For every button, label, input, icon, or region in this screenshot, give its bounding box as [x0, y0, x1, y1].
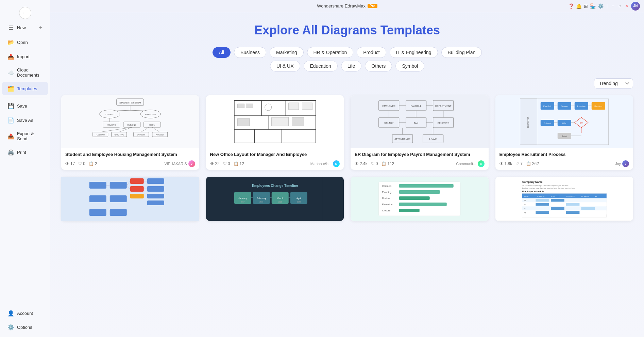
card-image: EMPLOYEE PAYROLL DEPARTMENT SALARY TAX B… — [351, 95, 489, 148]
svg-text:ROOM TYPE: ROOM TYPE — [114, 134, 124, 136]
sidebar-account-label: Account — [17, 311, 33, 316]
svg-text:January: January — [238, 197, 247, 200]
template-card[interactable]: New Office Layout for Manager And Employ… — [206, 95, 344, 170]
help-icon[interactable]: ❓ — [568, 3, 574, 9]
card-image — [61, 177, 199, 221]
explore-header: Explore All Diagrams Templates — [61, 23, 633, 37]
svg-text:2020: 2020 — [297, 201, 301, 203]
svg-rect-44 — [237, 118, 249, 126]
svg-text:Your text here. Replace your t: Your text here. Replace your text here. … — [522, 185, 569, 187]
filter-marketing[interactable]: Marketing — [270, 47, 303, 58]
filter-product[interactable]: Product — [357, 47, 386, 58]
template-card[interactable]: Contacts Planning Review Execution Closu… — [351, 177, 489, 221]
card-meta: 👁 17 ♡ 0 📋 2 VIPHAKAR S — [65, 160, 195, 167]
saveas-icon: 📄 — [7, 117, 14, 124]
card-image: RECRUITER Post Job Screen Interview Deci… — [495, 95, 633, 148]
svg-text:A1: A1 — [524, 200, 526, 202]
filter-business[interactable]: Business — [234, 47, 266, 58]
card-image: Contacts Planning Review Execution Closu… — [351, 177, 489, 221]
sidebar-export-label: Export & Send — [17, 131, 43, 141]
sidebar-item-options[interactable]: ⚙️ Options — [2, 320, 48, 334]
filter-all[interactable]: All — [213, 47, 231, 58]
card-meta: 👁 2.4k ♡ 0 📋 112 Communit... — [355, 160, 485, 167]
svg-rect-175 — [536, 211, 549, 214]
filter-life[interactable]: Life — [341, 61, 362, 71]
copies-count: 📋 12 — [234, 161, 244, 166]
filter-others[interactable]: Others — [365, 61, 392, 71]
filter-building[interactable]: Building Plan — [441, 47, 482, 58]
sidebar-item-saveas[interactable]: 📄 Save As — [2, 113, 48, 127]
settings-icon[interactable]: ⚙️ — [598, 3, 604, 9]
notification-icon[interactable]: 🔔 — [576, 3, 582, 9]
apps-icon[interactable]: ⊞ — [584, 3, 588, 9]
card-title: Student and Employee Housing Management … — [65, 151, 195, 158]
sidebar-print-label: Print — [17, 150, 26, 155]
template-card[interactable]: EMPLOYEE PAYROLL DEPARTMENT SALARY TAX B… — [351, 95, 489, 170]
user-avatar[interactable]: JN — [631, 2, 640, 11]
sidebar-item-account[interactable]: 👤 Account — [2, 306, 48, 320]
copies-count: 📋 262 — [526, 161, 539, 166]
sidebar-item-print[interactable]: 🖨️ Print — [2, 145, 48, 159]
svg-rect-176 — [566, 211, 579, 214]
sort-dropdown[interactable]: Trending Newest Most Used — [594, 78, 633, 89]
likes-count: ♡ 7 — [515, 161, 523, 166]
svg-rect-171 — [551, 207, 564, 210]
sidebar-item-templates[interactable]: 🗂️ Templates — [2, 82, 48, 95]
window-controls: ❓ 🔔 ⊞ 🏪 ⚙️ ─ □ ✕ JN — [568, 2, 640, 11]
filter-hr[interactable]: HR & Operation — [307, 47, 354, 58]
card-author: ManhouAb... M — [310, 160, 340, 167]
card-body: Employee Recruitment Process 👁 1.8k ♡ 7 … — [495, 148, 633, 170]
template-card[interactable]: STUDENT SYSTEM STUDENT EMPLOYEE HOUSING … — [61, 95, 199, 170]
import-icon: 📥 — [7, 53, 14, 60]
svg-rect-165 — [522, 203, 606, 207]
template-card[interactable]: RECRUITER Post Job Screen Interview Deci… — [495, 95, 633, 170]
svg-text:EMPLOYEE: EMPLOYEE — [382, 105, 395, 107]
template-card[interactable]: Employees Change Timeline January 2017 F… — [206, 177, 344, 221]
sidebar-item-cloud[interactable]: ☁️ Cloud Documents — [2, 64, 48, 81]
plus-icon: + — [39, 24, 43, 31]
open-icon: 📂 — [7, 39, 14, 46]
card-author: Joy J — [615, 160, 629, 167]
template-card[interactable] — [61, 177, 199, 221]
svg-rect-108 — [110, 195, 127, 202]
sidebar-item-import[interactable]: 📥 Import — [2, 50, 48, 63]
sidebar: ← ☰ New + 📂 Open 📥 Import ☁️ Cloud Docum… — [0, 0, 50, 337]
filter-symbol[interactable]: Symbol — [395, 61, 424, 71]
minimize-button[interactable]: ─ — [611, 4, 615, 9]
svg-text:HOUSING: HOUSING — [107, 124, 116, 126]
store-icon[interactable]: 🏪 — [590, 3, 596, 9]
card-body: New Office Layout for Manager And Employ… — [206, 148, 344, 170]
maximize-button[interactable]: □ — [617, 4, 622, 9]
copies-count: 📋 112 — [381, 161, 394, 166]
svg-text:Interview: Interview — [577, 105, 586, 107]
svg-rect-105 — [147, 178, 164, 184]
svg-rect-101 — [89, 182, 106, 189]
back-button[interactable]: ← — [19, 7, 31, 19]
svg-text:LEAVE: LEAVE — [429, 138, 437, 140]
svg-rect-139 — [399, 184, 454, 188]
svg-text:DEPARTMENT: DEPARTMENT — [435, 105, 452, 107]
svg-text:Reject: Reject — [561, 135, 567, 137]
likes-count: ♡ 0 — [223, 161, 230, 166]
sidebar-item-export[interactable]: 📤 Export & Send — [2, 128, 48, 145]
sidebar-item-open[interactable]: 📂 Open — [2, 35, 48, 49]
svg-text:2018: 2018 — [259, 201, 263, 203]
svg-rect-109 — [130, 194, 144, 198]
svg-text:A3: A3 — [524, 208, 526, 210]
close-button[interactable]: ✕ — [624, 4, 629, 9]
filter-ui[interactable]: UI & UX — [270, 61, 300, 71]
filter-it[interactable]: IT & Engineering — [390, 47, 438, 58]
svg-text:AM: AM — [595, 196, 597, 197]
svg-text:Employees Change Timeline: Employees Change Timeline — [252, 184, 298, 188]
sidebar-item-new[interactable]: ☰ New + — [2, 21, 48, 35]
filter-education[interactable]: Education — [304, 61, 338, 71]
sidebar-cloud-label: Cloud Documents — [17, 67, 43, 78]
svg-text:9:30-11:00: 9:30-11:00 — [551, 196, 559, 197]
options-icon: ⚙️ — [7, 324, 14, 331]
svg-text:PAYMENT: PAYMENT — [156, 134, 164, 136]
sidebar-item-save[interactable]: 💾 Save — [2, 99, 48, 113]
template-card[interactable]: Company Name Your text here. Replace you… — [495, 177, 633, 221]
svg-rect-145 — [399, 203, 447, 206]
main-content: Wondershare EdrawMax Pro ❓ 🔔 ⊞ 🏪 ⚙️ ─ □ … — [50, 0, 644, 337]
svg-rect-167 — [536, 203, 549, 206]
